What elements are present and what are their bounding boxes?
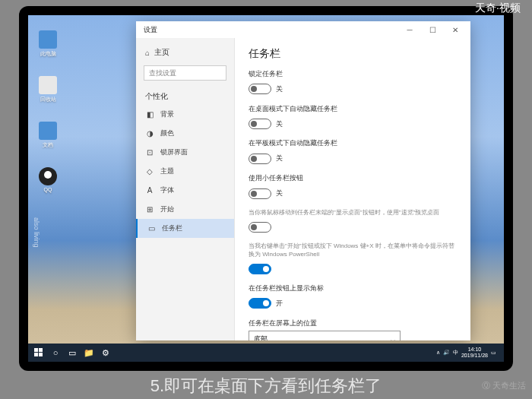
dropdown-select[interactable]: 底部 [249, 331, 401, 340]
sidebar-item-3[interactable]: ◇主题 [136, 162, 234, 181]
system-tray[interactable]: ∧🔊中 14:102019/11/28 ▭ [436, 347, 501, 358]
sidebar-item-0[interactable]: ◧背景 [136, 105, 234, 124]
toggle-switch[interactable] [249, 84, 271, 94]
toggle-switch[interactable] [249, 188, 271, 199]
desktop-icon-recycle[interactable]: 回收站 [36, 76, 60, 108]
sidebar-section: 个性化 [136, 85, 234, 105]
svg-rect-3 [39, 353, 43, 356]
close-button[interactable]: ✕ [445, 22, 466, 37]
start-button[interactable] [31, 345, 46, 360]
svg-rect-0 [34, 348, 38, 352]
toggle-row-4: 当你将鼠标移动到任务栏末端的"显示桌面"按钮时，使用"速览"预览桌面 [249, 209, 457, 233]
toggle-row-0: 锁定任务栏关 [249, 70, 457, 96]
explorer-icon[interactable]: 📁 [81, 345, 97, 360]
toggle-row-3: 使用小任务栏按钮关 [249, 174, 457, 200]
minimize-button[interactable]: ─ [399, 22, 420, 37]
sidebar-icon: ▭ [147, 224, 156, 233]
caption-text: 5.即可在桌面下方看到任务栏了 [0, 375, 532, 397]
toggle-switch[interactable] [249, 264, 271, 274]
home-button[interactable]: ⌂主页 [136, 44, 234, 61]
watermark-top: 天奇·视频 [475, 2, 521, 15]
toggle-switch[interactable] [249, 222, 271, 233]
desktop-icon-qq[interactable]: QQ [36, 167, 60, 199]
sidebar-icon: ⊡ [145, 148, 154, 157]
dropdown-row-0: 任务栏在屏幕上的位置底部 [249, 319, 457, 340]
settings-icon[interactable]: ⚙ [98, 345, 113, 360]
sidebar-item-2[interactable]: ⊡锁屏界面 [136, 143, 234, 162]
maximize-button[interactable]: ☐ [422, 22, 443, 37]
sidebar-icon: ◇ [145, 167, 154, 176]
taskbar[interactable]: ○ ▭ 📁 ⚙ ∧🔊中 14:102019/11/28 ▭ [28, 344, 504, 362]
sidebar-item-1[interactable]: ◑颜色 [136, 124, 234, 143]
home-icon: ⌂ [145, 49, 150, 57]
sidebar-icon: ◑ [145, 129, 154, 138]
task-view-icon[interactable]: ▭ [65, 345, 80, 360]
search-input[interactable]: 查找设置 [144, 65, 226, 81]
svg-rect-1 [39, 348, 43, 352]
desktop-icons: 此电脑 回收站 文档 QQ [36, 30, 60, 199]
sidebar-icon: ⊞ [145, 205, 154, 214]
window-title: 设置 [141, 25, 157, 35]
title-bar: 设置 ─ ☐ ✕ [136, 21, 470, 38]
desktop-icon-computer[interactable]: 此电脑 [36, 30, 60, 62]
toggle-row-5: 当我右键单击"开始"按钮或按下 Windows 键+X 时，在菜单中将命令提示符… [249, 242, 457, 275]
settings-window: 设置 ─ ☐ ✕ ⌂主页 查找设置 个性化 ◧背景◑颜色⊡锁屏界面◇主题A字体⊞… [136, 21, 470, 340]
svg-rect-2 [34, 353, 38, 356]
toggle-switch[interactable] [249, 298, 271, 309]
sidebar-item-6[interactable]: ▭任务栏 [136, 219, 234, 238]
page-title: 任务栏 [249, 47, 457, 61]
sidebar-item-5[interactable]: ⊞开始 [136, 200, 234, 219]
search-icon[interactable]: ○ [48, 345, 63, 360]
toggle-switch[interactable] [249, 154, 271, 164]
toggle-row-6: 在任务栏按钮上显示角标开 [249, 284, 457, 310]
desktop-icon-docs[interactable]: 文档 [36, 122, 60, 154]
settings-content: 任务栏 锁定任务栏关在桌面模式下自动隐藏任务栏关在平板模式下自动隐藏任务栏关使用… [235, 38, 470, 340]
toggle-switch[interactable] [249, 119, 271, 129]
toggle-row-2: 在平板模式下自动隐藏任务栏关 [249, 139, 457, 165]
sidebar-icon: A [145, 186, 154, 195]
sidebar-item-4[interactable]: A字体 [136, 181, 234, 200]
toggle-row-1: 在桌面模式下自动隐藏任务栏关 [249, 105, 457, 131]
settings-sidebar: ⌂主页 查找设置 个性化 ◧背景◑颜色⊡锁屏界面◇主题A字体⊞开始▭任务栏 [136, 38, 235, 340]
sidebar-icon: ◧ [145, 110, 154, 119]
watermark-bottom: Ⓠ天奇生活 [482, 380, 526, 391]
